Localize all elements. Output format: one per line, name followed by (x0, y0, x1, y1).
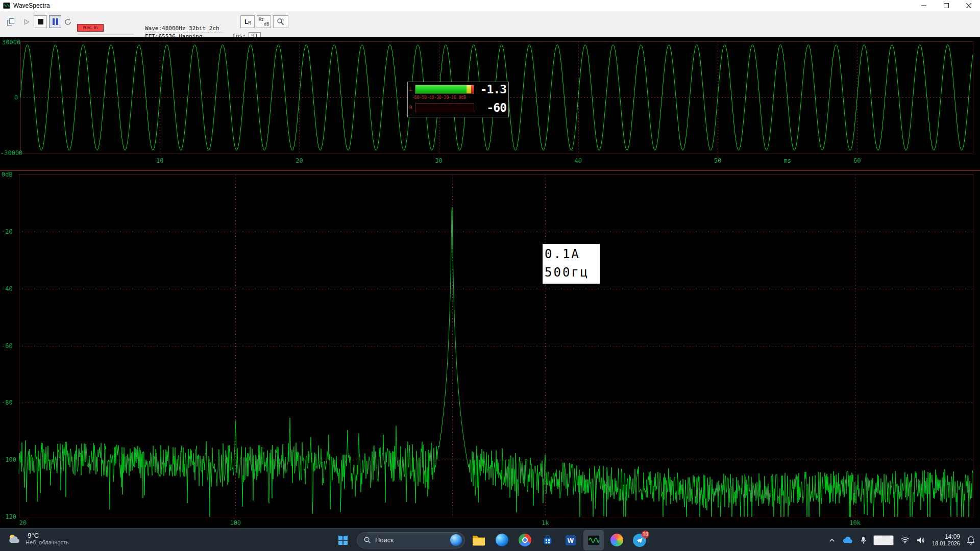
titlebar: WaveSpectra (0, 0, 980, 11)
weather-text: -9°C Неб. облачность (26, 532, 69, 545)
window-title: WaveSpectra (13, 2, 50, 9)
taskbar-search[interactable]: Поиск (357, 532, 465, 548)
stop-icon (38, 19, 43, 24)
stop-button[interactable] (34, 15, 47, 28)
microphone-icon[interactable] (860, 536, 867, 545)
telegram-badge: 18 (642, 531, 649, 538)
wave-format-text: Wave:48000Hz 32bit 2ch (145, 24, 224, 33)
close-button[interactable] (958, 0, 980, 11)
meter-row-right: R -60 (408, 103, 508, 113)
screen: WaveSpectra Rec. In Wave:48000Hz 32bit 2… (0, 0, 980, 551)
meter-left-channel-label: L (408, 87, 415, 92)
spectrum-panel: 0.1A 500гц (0, 170, 980, 528)
pause-button[interactable] (49, 15, 61, 28)
tray-time: 14:09 (932, 533, 960, 540)
taskbar: -9°C Неб. облачность Поиск W 18 (0, 528, 980, 551)
taskbar-app-store[interactable] (537, 530, 558, 550)
minimize-icon (921, 3, 926, 8)
taskbar-clock[interactable]: 14:09 18.01.2026 (932, 533, 960, 547)
copy-window-button[interactable] (4, 15, 17, 28)
folder-icon (472, 534, 485, 546)
taskbar-app-chrome[interactable] (514, 530, 535, 550)
waveform-panel: L -1.3 -60-50-40-30-20-10 0dB R -60 (0, 37, 980, 170)
maximize-icon (944, 3, 949, 8)
meter-green-fill (415, 85, 467, 93)
db-label: dB (264, 22, 269, 27)
annotation-note: 0.1A 500гц (543, 244, 600, 284)
photos-icon (610, 534, 623, 546)
notification-bell-icon[interactable] (967, 536, 975, 545)
tools-icon (276, 17, 285, 27)
onedrive-icon[interactable] (842, 536, 853, 544)
spectrum-plot[interactable] (0, 170, 980, 528)
svg-text:W: W (568, 537, 574, 544)
start-button[interactable] (333, 530, 353, 550)
word-icon: W (565, 534, 577, 546)
taskbar-app-file-explorer[interactable] (469, 530, 489, 550)
app-icon (3, 2, 10, 9)
wavespectra-icon (587, 534, 600, 547)
annotation-line2: 500гц (545, 263, 598, 282)
system-tray: РУС 14:09 18.01.2026 (828, 529, 978, 551)
repeat-button[interactable] (62, 15, 74, 28)
taskbar-app-word[interactable]: W (560, 530, 581, 550)
taskbar-apps: W 18 (469, 530, 650, 550)
edge-icon (496, 534, 508, 546)
meter-right-bar (415, 103, 474, 112)
pause-icon (53, 18, 58, 25)
taskbar-weather-widget[interactable]: -9°C Неб. облачность (4, 531, 72, 546)
windows-logo-icon (337, 534, 349, 546)
window-controls (913, 0, 980, 11)
tray-date: 18.01.2026 (932, 540, 960, 547)
weather-temp: -9°C (26, 532, 69, 539)
chrome-icon (519, 534, 531, 546)
taskbar-app-photos[interactable] (606, 530, 627, 550)
search-highlight-icon (450, 534, 462, 546)
channel-r-label: R (248, 20, 251, 26)
minimize-button[interactable] (913, 0, 935, 11)
channel-l-label: L (244, 18, 248, 26)
meter-red-fill (471, 85, 474, 93)
meter-row-left: L -1.3 (408, 84, 508, 94)
volume-icon[interactable] (916, 536, 925, 544)
store-icon (542, 535, 553, 546)
toolbar: Rec. In Wave:48000Hz 32bit 2ch FFT:65536… (0, 11, 980, 37)
meter-scale: -60-50-40-30-20-10 0dB (412, 95, 483, 100)
taskbar-app-wavespectra[interactable] (583, 530, 604, 550)
close-icon (966, 3, 971, 8)
maximize-button[interactable] (935, 0, 958, 11)
meter-yellow-fill (467, 85, 471, 93)
search-icon (363, 536, 371, 544)
weather-desc: Неб. облачность (26, 539, 69, 545)
weather-icon (7, 533, 21, 545)
meter-left-bar (415, 85, 474, 94)
meter-right-value: -60 (486, 103, 508, 113)
channel-lr-button[interactable]: LR (240, 15, 255, 28)
taskbar-center: Поиск W 18 (333, 530, 650, 550)
taskbar-app-telegram[interactable]: 18 (629, 530, 650, 550)
repeat-icon (64, 18, 72, 26)
rec-in-indicator: Rec. In (77, 24, 104, 32)
tray-chevron-button[interactable] (828, 537, 836, 544)
wifi-icon[interactable] (900, 536, 910, 544)
settings-button[interactable] (273, 15, 288, 28)
taskbar-app-edge[interactable] (492, 530, 512, 550)
annotation-line1: 0.1A (545, 245, 598, 263)
language-indicator[interactable]: РУС (873, 535, 894, 545)
play-icon (23, 18, 30, 26)
play-button[interactable] (20, 15, 33, 28)
rec-progress-track (78, 34, 134, 35)
hz-label: Hz (259, 17, 264, 22)
search-placeholder: Поиск (375, 536, 394, 544)
meter-left-value: -1.3 (480, 84, 508, 94)
chevron-up-icon (828, 537, 836, 544)
meter-right-channel-label: R (408, 105, 415, 110)
copy-icon (7, 18, 15, 26)
level-meter: L -1.3 -60-50-40-30-20-10 0dB R -60 (407, 82, 509, 117)
axis-units-button[interactable]: HzdB (257, 15, 271, 28)
